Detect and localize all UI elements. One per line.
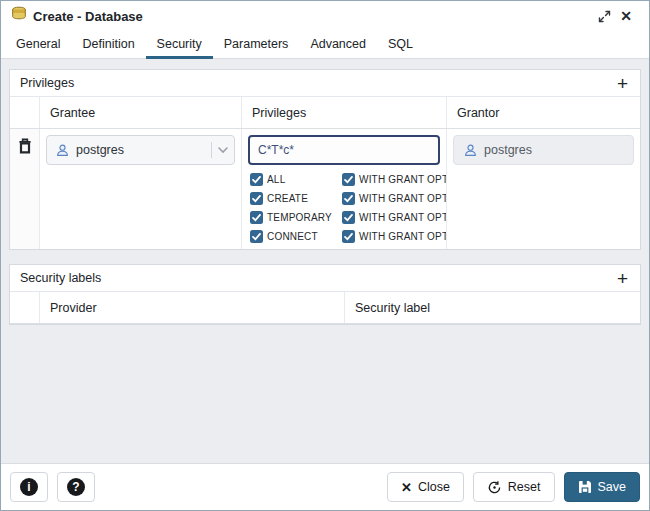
privilege-all[interactable]: ALL [250, 173, 342, 186]
grantee-cell: postgres [40, 129, 242, 249]
dialog-tabbar: General Definition Security Parameters A… [1, 31, 649, 59]
select-separator [211, 142, 212, 158]
checkbox-checked-icon[interactable] [250, 192, 263, 205]
tab-definition[interactable]: Definition [71, 31, 145, 59]
reset-button[interactable]: Reset [473, 472, 555, 502]
delete-row-button[interactable] [18, 138, 32, 156]
tab-parameters[interactable]: Parameters [213, 31, 300, 59]
grantee-column-header: Grantee [40, 97, 242, 128]
grant-option-label: WITH GRANT OPTION [359, 212, 447, 223]
person-icon [55, 143, 70, 158]
privilege-label: CONNECT [267, 231, 318, 242]
checkbox-checked-icon[interactable] [342, 173, 355, 186]
privileges-panel: Privileges + Grantee Privileges Grantor [9, 69, 641, 250]
security-label-column-header: Security label [345, 292, 640, 323]
privilege-temporary-grant-option[interactable]: WITH GRANT OPTION [342, 211, 447, 224]
security-labels-panel: Security labels + Provider Security labe… [9, 264, 641, 325]
grantee-select[interactable]: postgres [46, 135, 235, 165]
privileges-input[interactable] [248, 135, 440, 165]
dialog-footer: i ? ✕ Close Reset Save [1, 463, 649, 510]
privileges-panel-header: Privileges + [10, 70, 640, 97]
add-security-label-button[interactable]: + [615, 269, 630, 288]
grantee-select-value: postgres [55, 143, 205, 158]
privilege-label: ALL [267, 174, 285, 185]
expand-icon[interactable] [593, 5, 615, 27]
security-tab-content: Privileges + Grantee Privileges Grantor [1, 59, 649, 463]
titlebar: Create - Database ✕ [1, 1, 649, 31]
checkbox-checked-icon[interactable] [250, 230, 263, 243]
privileges-cell: ALL WITH GRANT OPTION CRE [242, 129, 447, 249]
checkbox-checked-icon[interactable] [342, 211, 355, 224]
tab-advanced[interactable]: Advanced [299, 31, 377, 59]
grantee-select-label: postgres [76, 143, 124, 157]
grant-option-label: WITH GRANT OPTION [359, 174, 447, 185]
provider-column-header: Provider [40, 292, 345, 323]
privilege-connect-grant-option[interactable]: WITH GRANT OPTION [342, 230, 447, 243]
privileges-column-header: Privileges [242, 97, 447, 128]
info-icon: i [20, 478, 38, 496]
tab-security[interactable]: Security [146, 31, 213, 59]
create-database-dialog: Create - Database ✕ General Definition S… [0, 0, 650, 511]
privilege-create-grant-option[interactable]: WITH GRANT OPTION [342, 192, 447, 205]
privileges-section-title: Privileges [20, 76, 74, 90]
dialog-title: Create - Database [33, 9, 143, 24]
grantor-field: postgres [453, 135, 634, 165]
checkbox-checked-icon[interactable] [250, 173, 263, 186]
checkbox-checked-icon[interactable] [250, 211, 263, 224]
privilege-table-row: postgres [10, 129, 640, 249]
tool-column-header [10, 292, 40, 323]
chevron-down-icon [218, 147, 228, 154]
grant-option-label: WITH GRANT OPTION [359, 231, 447, 242]
grantor-cell: postgres [447, 129, 640, 249]
info-button[interactable]: i [10, 472, 48, 502]
add-privilege-button[interactable]: + [615, 74, 630, 93]
reset-icon [487, 480, 502, 495]
close-x-icon: ✕ [401, 480, 412, 495]
close-button-label: Close [418, 480, 450, 494]
person-icon [463, 143, 478, 158]
security-labels-section-title: Security labels [20, 271, 101, 285]
tool-column-header [10, 97, 40, 128]
security-labels-panel-header: Security labels + [10, 265, 640, 292]
privilege-label: TEMPORARY [267, 212, 332, 223]
database-icon [11, 6, 27, 26]
save-button[interactable]: Save [564, 472, 641, 502]
save-floppy-icon [578, 480, 592, 494]
privilege-connect[interactable]: CONNECT [250, 230, 342, 243]
privilege-label: CREATE [267, 193, 308, 204]
row-tool-cell [10, 129, 40, 249]
privilege-create[interactable]: CREATE [250, 192, 342, 205]
trash-icon [18, 138, 32, 154]
reset-button-label: Reset [508, 480, 541, 494]
privilege-temporary[interactable]: TEMPORARY [250, 211, 342, 224]
help-button[interactable]: ? [57, 472, 95, 502]
save-button-label: Save [598, 480, 627, 494]
help-icon: ? [67, 478, 85, 496]
tab-sql[interactable]: SQL [377, 31, 424, 59]
privilege-checkbox-grid: ALL WITH GRANT OPTION CRE [250, 173, 440, 243]
grantor-column-header: Grantor [447, 97, 640, 128]
tab-general[interactable]: General [5, 31, 71, 59]
grant-option-label: WITH GRANT OPTION [359, 193, 447, 204]
privileges-table-header: Grantee Privileges Grantor [10, 97, 640, 129]
close-icon[interactable]: ✕ [615, 5, 637, 27]
checkbox-checked-icon[interactable] [342, 192, 355, 205]
close-button[interactable]: ✕ Close [387, 472, 464, 502]
checkbox-checked-icon[interactable] [342, 230, 355, 243]
grantor-value: postgres [484, 143, 532, 157]
privilege-all-grant-option[interactable]: WITH GRANT OPTION [342, 173, 447, 186]
security-labels-table-header: Provider Security label [10, 292, 640, 324]
